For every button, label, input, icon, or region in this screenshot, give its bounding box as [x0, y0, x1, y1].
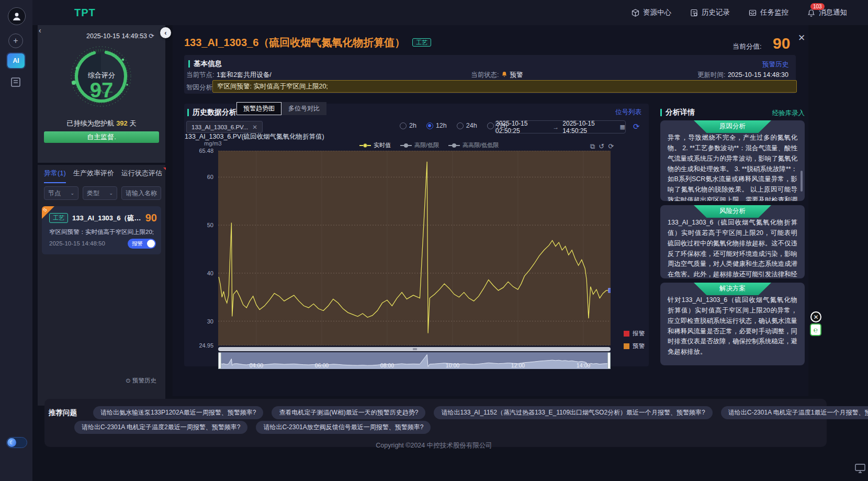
- nav-history-record[interactable]: 历史记录: [690, 8, 730, 17]
- gauge-value: 97: [38, 79, 165, 102]
- ai-app-button[interactable]: AI: [7, 53, 25, 68]
- experience-entry-link[interactable]: 经验库录入: [772, 109, 805, 118]
- card-scrollbar[interactable]: [801, 171, 803, 192]
- risk-analysis-card: 风险分析 133_AI_1303_6（硫回收烟气氮氧化物折算值）实时值若高于窄区…: [660, 205, 805, 278]
- suggestion-chip[interactable]: 请给出C-2301A 电机定子温度1最近一个月报警、预警频率?: [721, 406, 868, 419]
- document-clock-icon: [690, 9, 698, 17]
- current-score-value: 90: [773, 35, 790, 52]
- y-tick: 30: [207, 318, 213, 325]
- basic-info-section: 基本信息 预警历史 当前节点: 1套和2套共用设备/ 当前状态: 预警 更新时间…: [184, 55, 796, 94]
- warning-history-link[interactable]: 预警历史: [762, 60, 788, 69]
- risk-ribbon: 风险分析: [693, 205, 772, 218]
- legend-hihi-lolo[interactable]: 高高限/低低限: [448, 141, 499, 149]
- alarm-toggle[interactable]: 报警: [128, 239, 156, 249]
- tab-efficiency[interactable]: 生产效率评价: [73, 169, 114, 183]
- solution-card: 解决方案 针对133_AI_1303_6（硫回收烟气氮氧化物折算值）实时值高于窄…: [660, 283, 805, 365]
- suggestion-row-1: 请给出氨水输送泵133P1202A最近一周报警、预警频率? 查看电机定子测温(W…: [93, 406, 868, 419]
- type-select[interactable]: 类型⌄: [83, 186, 117, 200]
- tab-multi-tag-compare[interactable]: 多位号对比: [281, 102, 326, 115]
- navigator-left-handle[interactable]: [218, 352, 221, 369]
- radio-12h[interactable]: 12h: [426, 122, 447, 129]
- radio-24h[interactable]: 24h: [457, 122, 477, 129]
- suggestion-chip[interactable]: 查看电机定子测温(W相)最近一天的预警历史趋势?: [272, 406, 425, 419]
- collapse-arrow-small[interactable]: ‹: [39, 26, 41, 35]
- tab-running-status[interactable]: 运行状态评估: [121, 169, 162, 183]
- notebook-icon[interactable]: [10, 76, 22, 88]
- overlay-close-icon[interactable]: ✕: [810, 311, 821, 322]
- current-score-label: 当前分值:: [732, 42, 762, 51]
- cause-analysis-card: 原因分析 异常，导致燃烧不完全，产生过多的氮氧化物。 2. **工艺参数波动**…: [660, 120, 805, 201]
- suggestion-chip[interactable]: 请给出C-2301A 电机定子温度2最近一周报警、预警频率?: [74, 421, 247, 434]
- solution-ribbon: 解决方案: [693, 283, 772, 295]
- legend-realtime[interactable]: 实时值: [359, 141, 391, 149]
- alarm-bell-icon: [501, 71, 508, 77]
- calendar-icon: ▦: [620, 124, 625, 130]
- notification-badge: 103: [810, 3, 825, 10]
- query-refresh-icon[interactable]: ⟳: [633, 122, 640, 131]
- alert-score: 90: [145, 212, 157, 224]
- status-value: 预警: [510, 71, 523, 79]
- suggestion-chip[interactable]: 请给出氨水输送泵133P1202A最近一周报警、预警频率?: [93, 406, 263, 419]
- box-select-icon: ⧉: [590, 142, 599, 150]
- overlay-e-icon[interactable]: ℮: [810, 323, 821, 336]
- risk-text: 133_AI_1303_6（硫回收烟气氮氧化物折算值）实时值若高于窄区间上限20…: [668, 218, 797, 278]
- chevron-down-icon: ⌄: [109, 191, 113, 196]
- panel-timestamp: 2025-10-15 14:49:53 ⟳: [86, 32, 149, 40]
- chart-navigator[interactable]: 04:0006:0008:0010:0012:0014:00: [218, 352, 611, 369]
- self-monitor-button[interactable]: 自主监督.: [44, 131, 159, 143]
- user-avatar[interactable]: [8, 7, 26, 25]
- suggestion-row-2: 请给出C-2301A 电机定子温度2最近一周报警、预警频率? 请给出C-2301…: [74, 421, 431, 434]
- alert-card[interactable]: S 工艺 133_AI_1303_6（硫回收... 90 窄区间预警：实时值高于…: [42, 206, 161, 254]
- scrollbar-grip[interactable]: [413, 348, 417, 350]
- chart-legend: 实时值 高限/低限 高高限/低低限: [359, 141, 499, 149]
- restore-icon: ⟳: [608, 142, 617, 150]
- radio-2h[interactable]: 2h: [400, 122, 416, 129]
- refresh-icon[interactable]: ⟳: [149, 32, 154, 40]
- y-tick: 50: [207, 222, 213, 228]
- suggestion-chip[interactable]: 请给出133_AI_1152（蒸汽过热器133_E_1109出口烟气SO2分析）…: [434, 406, 712, 419]
- x-tick: 04:00: [246, 362, 267, 368]
- tag-chip[interactable]: 133_AI_1303_6.PV... ✕: [186, 121, 263, 133]
- nav-notifications[interactable]: 103 消息通知: [807, 8, 847, 17]
- time-range-radios: 2h 12h 24h 72h: [400, 122, 507, 129]
- date-range-picker[interactable]: 2025-10-15 02:50:25 → 2025-10-15 14:50:2…: [495, 120, 626, 133]
- legend-alarm: 报警: [624, 330, 645, 338]
- collapse-panel-button[interactable]: ‹: [160, 27, 171, 38]
- close-icon[interactable]: ✕: [798, 32, 805, 43]
- ai-analysis-label: 智因分析:: [186, 84, 214, 91]
- tab-warning-trend[interactable]: 预警趋势图: [236, 102, 281, 115]
- legend-hi-lo[interactable]: 高限/低限: [400, 141, 439, 149]
- chart-toolbox[interactable]: ⧉↺⟳: [590, 142, 617, 151]
- anomaly-panel: [38, 165, 165, 406]
- chart-scrollbar[interactable]: [218, 347, 611, 351]
- top-nav: 资源中心 历史记录 任务监控 103 消息通知: [632, 0, 847, 25]
- tag-list-link[interactable]: 位号列表: [615, 108, 641, 117]
- x-tick: 12:00: [508, 362, 528, 368]
- suggestion-chip[interactable]: 请给出C-2301A放空阀反馈信号最近一周报警、预警频率?: [256, 421, 431, 434]
- anomaly-filters: 节点⌄ 类型⌄: [44, 186, 161, 200]
- alert-title: 133_AI_1303_6（硫回收...: [72, 214, 141, 223]
- nav-resource-center[interactable]: 资源中心: [632, 8, 671, 17]
- add-button[interactable]: +: [8, 33, 23, 48]
- display-settings-icon[interactable]: [855, 464, 866, 474]
- node-value: 1套和2套共用设备/: [217, 71, 272, 79]
- cube-icon: [632, 9, 639, 17]
- x-tick: 08:00: [377, 362, 398, 368]
- craft-tag: 工艺: [49, 213, 68, 223]
- alert-desc: 窄区间预警：实时值高于窄区间上限20;: [49, 228, 154, 236]
- suggestion-bar: 推荐问题 请给出氨水输送泵133P1202A最近一周报警、预警频率? 查看电机定…: [44, 399, 827, 447]
- nav-task-monitor[interactable]: 任务监控: [749, 8, 788, 17]
- ai-analysis-box: 窄区间预警: 实时值高于窄区间上限20;: [212, 80, 797, 93]
- panel-history-link[interactable]: ⊙ 预警历史: [126, 377, 156, 385]
- undo-icon: ↺: [599, 142, 608, 150]
- chart-plot-area[interactable]: [218, 151, 611, 345]
- chip-close-icon[interactable]: ✕: [252, 124, 257, 131]
- tab-anomaly[interactable]: 异常(1): [44, 169, 66, 183]
- y-axis: 65.486050403024.95: [188, 151, 216, 350]
- left-rail: + AI ☾: [0, 0, 32, 481]
- node-select[interactable]: 节点⌄: [44, 186, 78, 200]
- navigator-right-handle[interactable]: [607, 352, 611, 369]
- chart-mode-tabs: 预警趋势图 多位号对比: [236, 102, 326, 115]
- y-tick: 40: [207, 270, 213, 276]
- name-search-input[interactable]: [121, 186, 161, 200]
